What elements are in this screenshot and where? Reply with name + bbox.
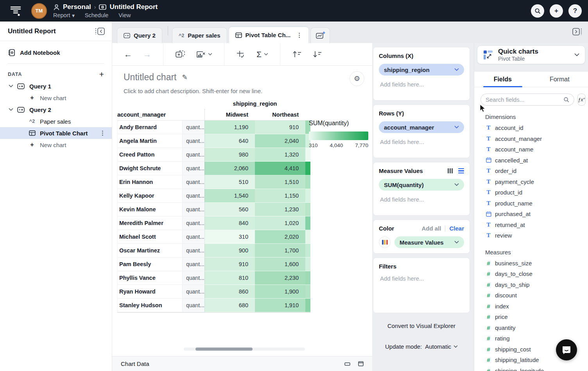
- minimize-panel-button[interactable]: [344, 362, 350, 366]
- row-layout-icon[interactable]: [458, 168, 464, 174]
- field-item-business_size[interactable]: #business_size: [474, 258, 588, 269]
- field-item-days_to_ship[interactable]: #days_to_ship: [474, 279, 588, 290]
- tab-menu-button[interactable]: ⋮: [296, 32, 302, 39]
- field-item-account_name[interactable]: Taccount_name: [474, 144, 588, 155]
- scrollbar-thumb[interactable]: [195, 348, 253, 351]
- menu-view[interactable]: View: [118, 12, 131, 18]
- undo-button[interactable]: ←: [124, 50, 132, 58]
- field-item-quantity[interactable]: #quantity: [474, 322, 588, 333]
- field-item-review[interactable]: Treview: [474, 230, 588, 241]
- chart-title[interactable]: Untitled chart: [124, 72, 177, 83]
- field-item-account_manager[interactable]: Taccount_manager: [474, 133, 588, 144]
- convert-to-visual-explorer-button[interactable]: Convert to Visual Explorer: [373, 322, 470, 329]
- avatar[interactable]: TM: [31, 3, 47, 19]
- collapse-sidebar-button[interactable]: [95, 27, 106, 35]
- value-cell: 2,020: [255, 230, 305, 244]
- field-item-purchased_at[interactable]: purchased_at: [474, 209, 588, 220]
- measures-drop-zone[interactable]: Add fields here...: [379, 196, 464, 203]
- chart-description-placeholder[interactable]: Click to add chart description. Shift-en…: [124, 88, 262, 94]
- pill-sum-quantity[interactable]: SUM(quantity): [379, 179, 464, 191]
- app-logo[interactable]: [9, 4, 23, 18]
- value-cell: 2,040: [255, 134, 305, 148]
- add-all-link[interactable]: Add all: [421, 225, 441, 232]
- value-cell: 4,410: [255, 162, 305, 175]
- remove-chart-button[interactable]: [196, 50, 212, 58]
- pivot-table-body: Andy Bernardquant...1,190910Angela Marti…: [117, 121, 310, 313]
- tab-paper-sales[interactable]: ^2 Paper sales: [172, 27, 227, 43]
- table-row: Meredith Palmerquant...8401,020: [117, 216, 310, 230]
- transpose-button[interactable]: [236, 50, 246, 59]
- search-fields-input[interactable]: [486, 96, 563, 103]
- field-item-shipping_longitude[interactable]: #shipping_longitude: [474, 366, 588, 371]
- redo-button[interactable]: →: [143, 50, 151, 58]
- add-formula-button[interactable]: ƒx+: [577, 94, 586, 106]
- clear-link[interactable]: Clear: [449, 225, 464, 232]
- horizontal-scrollbar[interactable]: [184, 348, 305, 351]
- text-field-icon: T: [486, 135, 491, 142]
- field-item-index[interactable]: #index: [474, 301, 588, 312]
- chart-remove-icon: [196, 50, 206, 58]
- chevron-down-icon[interactable]: [9, 108, 14, 111]
- field-item-product_id[interactable]: Tproduct_id: [474, 187, 588, 198]
- sort-descending-button[interactable]: [312, 50, 322, 58]
- sidebar-item-new-chart-2[interactable]: + New chart: [0, 139, 112, 151]
- field-label: shipping_cost: [495, 346, 531, 353]
- value-cell: 910: [204, 258, 255, 271]
- new-chart-tab-button[interactable]: +: [310, 27, 330, 43]
- pill-shipping-region[interactable]: shipping_region: [379, 64, 464, 76]
- help-button[interactable]: ?: [568, 4, 582, 18]
- field-item-returned_at[interactable]: Treturned_at: [474, 220, 588, 231]
- breadcrumb-workspace[interactable]: Personal: [63, 3, 91, 11]
- chart-data-bar[interactable]: Chart Data: [112, 356, 372, 371]
- add-notebook-button[interactable]: Add Notebook: [0, 41, 112, 63]
- pill-account-manager[interactable]: account_manager: [379, 121, 464, 133]
- tab-pivot-table-chart[interactable]: Pivot Table Ch... ⋮: [229, 26, 309, 43]
- number-field-icon: #: [486, 292, 491, 299]
- sidebar-item-paper-sales[interactable]: ^2 Paper sales: [0, 115, 112, 127]
- add-data-button[interactable]: +: [99, 72, 104, 77]
- field-item-days_to_close[interactable]: #days_to_close: [474, 268, 588, 279]
- column-layout-icon[interactable]: [448, 168, 453, 173]
- field-item-order_id[interactable]: Torder_id: [474, 166, 588, 176]
- field-item-cancelled_at[interactable]: cancelled_at: [474, 155, 588, 166]
- field-item-discount[interactable]: #discount: [474, 290, 588, 301]
- search-button[interactable]: [531, 4, 544, 18]
- menu-schedule[interactable]: Schedule: [85, 12, 108, 18]
- search-fields-box[interactable]: [480, 94, 574, 106]
- add-button[interactable]: +: [550, 4, 563, 18]
- quick-charts-subtitle: Pivot Table: [498, 56, 538, 62]
- item-menu-button[interactable]: ⋮: [100, 130, 106, 137]
- field-item-account_id[interactable]: Taccount_id: [474, 122, 588, 133]
- sidebar-item-new-chart-1[interactable]: + New chart: [0, 92, 112, 104]
- columns-drop-zone[interactable]: Add fields here...: [379, 81, 464, 88]
- field-label: review: [495, 232, 512, 239]
- quick-charts-selector[interactable]: Quick charts Pivot Table: [477, 45, 585, 64]
- color-palette-icon[interactable]: [379, 236, 391, 248]
- chevron-down-icon[interactable]: [9, 85, 14, 88]
- pill-color-measure-values[interactable]: Measure Values: [394, 236, 464, 248]
- rows-drop-zone[interactable]: Add fields here...: [379, 139, 464, 145]
- aggregate-button[interactable]: Σ: [256, 50, 268, 59]
- sidebar-item-query2[interactable]: Query 2: [0, 104, 112, 115]
- table-row: Angela Martinquant...6402,040: [117, 134, 310, 148]
- menu-report[interactable]: Report▾: [53, 12, 75, 18]
- tab-format[interactable]: Format: [531, 72, 588, 87]
- sort-ascending-button[interactable]: [292, 50, 301, 58]
- number-field-icon: #: [486, 260, 491, 267]
- edit-title-icon[interactable]: ✎: [182, 73, 188, 81]
- field-item-product_name[interactable]: Tproduct_name: [474, 198, 588, 209]
- update-mode-select[interactable]: Automatic: [425, 343, 458, 350]
- sidebar-item-pivot-table-chart[interactable]: Pivot Table Chart ⋮: [0, 127, 112, 139]
- chart-settings-button[interactable]: ⚙: [350, 71, 364, 86]
- filters-drop-zone[interactable]: Add fields here...: [379, 275, 464, 282]
- tab-query-2[interactable]: Query 2: [117, 27, 162, 43]
- add-to-dashboard-button[interactable]: [175, 50, 185, 59]
- maximize-panel-button[interactable]: [358, 361, 364, 366]
- field-item-price[interactable]: #price: [474, 312, 588, 322]
- chat-widget-button[interactable]: [556, 339, 577, 360]
- tab-fields[interactable]: Fields: [474, 72, 531, 87]
- sidebar-item-query1[interactable]: Query 1: [0, 80, 112, 92]
- field-item-payment_cycle[interactable]: Tpayment_cycle: [474, 176, 588, 187]
- breadcrumb-report-title[interactable]: Untitled Report: [109, 3, 158, 11]
- expand-right-panel-button[interactable]: [572, 28, 583, 36]
